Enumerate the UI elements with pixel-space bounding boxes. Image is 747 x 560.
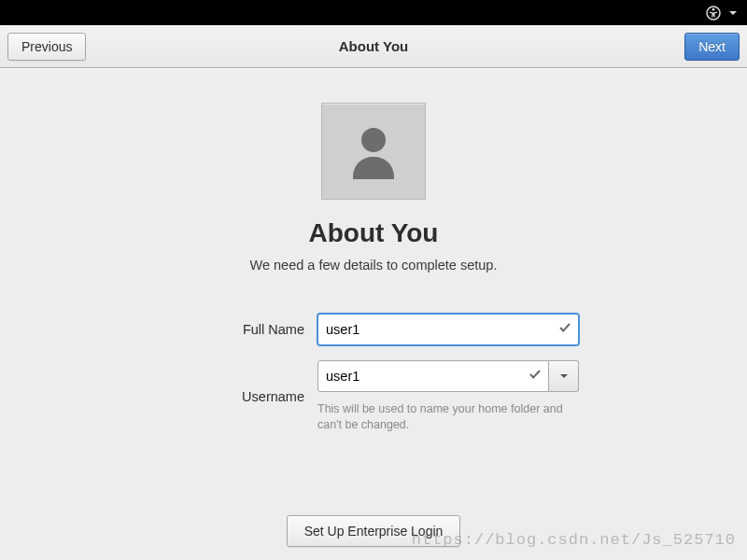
user-form: Full Name Username This will be used: [168, 314, 579, 433]
fullname-input-wrap: [317, 314, 579, 345]
svg-point-1: [712, 7, 715, 10]
username-row-wrap: This will be used to name your home fold…: [317, 360, 579, 433]
top-panel: [0, 0, 747, 25]
fullname-input[interactable]: [317, 314, 579, 345]
person-icon: [342, 119, 405, 183]
username-dropdown-button[interactable]: [549, 360, 579, 392]
avatar-placeholder[interactable]: [321, 103, 426, 200]
fullname-label: Full Name: [168, 322, 317, 337]
subtitle: We need a few details to complete setup.: [250, 258, 498, 273]
page-title: About You: [0, 38, 747, 54]
username-hint: This will be used to name your home fold…: [317, 401, 579, 433]
previous-button[interactable]: Previous: [7, 33, 86, 61]
next-button[interactable]: Next: [684, 33, 740, 61]
chevron-down-icon[interactable]: [728, 8, 738, 18]
header-bar: Previous About You Next: [0, 25, 747, 68]
username-input[interactable]: [317, 360, 549, 392]
heading: About You: [309, 218, 439, 248]
username-label: Username: [168, 389, 317, 404]
svg-point-2: [361, 128, 386, 152]
main-content: About You We need a few details to compl…: [0, 68, 747, 560]
accessibility-icon[interactable]: [706, 6, 721, 21]
chevron-down-icon: [559, 371, 569, 381]
enterprise-login-button[interactable]: Set Up Enterprise Login: [287, 515, 461, 547]
